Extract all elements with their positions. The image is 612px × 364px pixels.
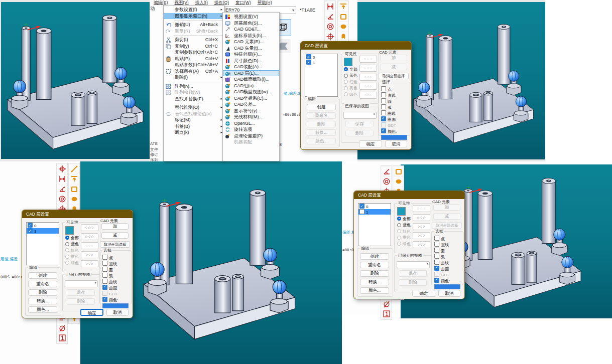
add-button[interactable]: 加 bbox=[380, 55, 407, 61]
visibility-radio[interactable] bbox=[397, 223, 401, 227]
select-type-checkbox[interactable]: 直线 bbox=[434, 242, 449, 248]
select-color-swatch[interactable] bbox=[381, 135, 407, 140]
select-type-checkbox[interactable]: 颜色: bbox=[102, 297, 118, 303]
position-icon[interactable] bbox=[57, 164, 67, 173]
menubar-item[interactable]: 帮助(H) bbox=[258, 0, 272, 5]
layer-visibility-preset-button[interactable]: ☆○☆ bbox=[359, 65, 377, 72]
edit-5-button[interactable]: 颜色... bbox=[360, 287, 389, 294]
angle-icon[interactable] bbox=[57, 185, 67, 194]
saved-view-combobox[interactable]: ▾ bbox=[397, 261, 430, 268]
submenu-item[interactable]: CAD 层(L)... bbox=[223, 70, 279, 77]
select-type-checkbox[interactable]: 圆 bbox=[381, 98, 392, 104]
edit-5-button[interactable]: 颜色... bbox=[28, 306, 57, 313]
edit-2-button[interactable]: 重命名 bbox=[360, 262, 389, 268]
submenu-item[interactable]: 尺寸颜色(D)... bbox=[223, 58, 279, 64]
numeric-1-icon[interactable] bbox=[382, 309, 391, 318]
layer-visibility-preset-button[interactable]: ○○○ bbox=[359, 92, 377, 99]
select-type-checkbox[interactable]: GDT bbox=[381, 122, 396, 128]
cancel-button[interactable]: 取消 bbox=[438, 290, 460, 297]
layer-visibility-preset-button[interactable]: ○○○ bbox=[81, 251, 98, 258]
visibility-radio[interactable] bbox=[344, 86, 348, 90]
visibility-radio[interactable] bbox=[65, 261, 69, 265]
cad-part-model[interactable] bbox=[408, 7, 539, 157]
point-icon[interactable] bbox=[69, 174, 79, 184]
menu-item[interactable]: 断点(k)▸ bbox=[164, 129, 224, 136]
visibility-radio[interactable] bbox=[65, 236, 69, 240]
select-type-checkbox[interactable]: 圆 bbox=[102, 267, 113, 273]
select-type-checkbox[interactable]: 点 bbox=[381, 86, 392, 92]
true-position-icon[interactable] bbox=[325, 32, 335, 41]
angle-icon[interactable] bbox=[325, 12, 335, 21]
cancel-button[interactable]: 取消 bbox=[385, 140, 407, 147]
angle-icon[interactable] bbox=[382, 167, 391, 176]
select-type-checkbox[interactable]: 曲面 bbox=[381, 116, 396, 122]
select-type-checkbox[interactable]: 颜色: bbox=[434, 278, 450, 284]
select-type-checkbox[interactable]: 弧 bbox=[102, 273, 113, 279]
edit-4-button[interactable]: 转换... bbox=[28, 298, 57, 304]
menu-item[interactable]: 阵列(n)... bbox=[164, 83, 224, 90]
select-type-checkbox[interactable]: 曲线 bbox=[102, 279, 117, 285]
layer-list[interactable]: 01 bbox=[26, 222, 59, 265]
layer-color-swatch[interactable] bbox=[65, 226, 74, 235]
subtract-button[interactable]: 减 bbox=[433, 213, 460, 220]
layer-row[interactable]: 0 bbox=[27, 223, 59, 228]
layer-checkbox[interactable] bbox=[359, 204, 364, 209]
edit-3-button[interactable]: 删除 bbox=[28, 289, 57, 296]
layer-visibility-preset-button[interactable]: ○○○ bbox=[81, 260, 98, 267]
delete-view-button[interactable]: 删除 bbox=[67, 298, 95, 305]
select-type-checkbox[interactable]: 弧 bbox=[434, 254, 445, 260]
layer-color-swatch[interactable] bbox=[344, 58, 352, 66]
menu-item[interactable]: 参数设置(f)▸ bbox=[164, 7, 224, 13]
submenu-item[interactable]: 点理论偏差(P) bbox=[223, 133, 279, 139]
submenu-item[interactable]: 特征外观(F)... bbox=[223, 51, 279, 58]
add-button[interactable]: 加 bbox=[101, 223, 129, 230]
layer-visibility-preset-button[interactable]: ○○○ bbox=[359, 74, 377, 81]
select-type-checkbox[interactable]: 曲面 bbox=[102, 285, 117, 291]
edit-3-button[interactable]: 删除 bbox=[307, 121, 336, 127]
submenu-item[interactable]: 旋转选项 bbox=[223, 126, 279, 133]
layer-row[interactable]: 0 bbox=[358, 204, 391, 209]
diameter-icon[interactable] bbox=[57, 323, 67, 332]
menu-item[interactable]: 复制(y)Ctrl+C bbox=[164, 43, 224, 50]
submenu-item[interactable]: CAD装配(A)... bbox=[223, 64, 279, 70]
cancel-button[interactable]: 取消 bbox=[106, 309, 129, 316]
viewport-top-left[interactable] bbox=[1, 2, 150, 159]
menu-item[interactable]: 替代推测(O)▸ bbox=[164, 104, 224, 111]
submenu-item[interactable]: CAD 元素(E)... bbox=[223, 39, 279, 45]
menubar-item[interactable]: 插入(I) bbox=[195, 0, 208, 5]
submenu-item[interactable]: 显示符号(y)... bbox=[223, 108, 279, 114]
visibility-radio[interactable] bbox=[397, 229, 401, 233]
plane-icon[interactable] bbox=[338, 12, 348, 21]
menubar-item[interactable]: 窗口(W) bbox=[235, 0, 251, 5]
save-button[interactable]: 保存 bbox=[399, 270, 427, 277]
edit-1-button[interactable]: 创建 bbox=[307, 104, 336, 110]
visibility-radio[interactable] bbox=[344, 92, 348, 96]
select-color-swatch[interactable] bbox=[434, 284, 460, 289]
layer-visibility-preset-button[interactable]: ○☆○ bbox=[413, 205, 430, 212]
layer-visibility-preset-button[interactable]: ○☆○ bbox=[359, 56, 377, 63]
submenu-item[interactable]: 光线材料(M)... bbox=[223, 114, 279, 120]
dialog-titlebar[interactable]: CAD 层设置 bbox=[22, 210, 133, 218]
visibility-radio[interactable] bbox=[344, 74, 348, 78]
submenu-item[interactable]: 视图设置(V) bbox=[223, 14, 279, 20]
layer-list[interactable]: 01 bbox=[358, 203, 391, 246]
menu-item[interactable]: 图形显示窗口(h)▸ bbox=[164, 13, 224, 20]
menu-item[interactable]: 粘贴参数(t)Ctrl+Alt+V bbox=[164, 62, 224, 68]
edit-4-button[interactable]: 转换... bbox=[307, 129, 336, 136]
circle-icon[interactable] bbox=[394, 177, 403, 186]
cad-part-model[interactable] bbox=[137, 173, 302, 352]
select-type-checkbox[interactable]: 圆 bbox=[434, 248, 445, 254]
layer-checkbox[interactable] bbox=[28, 223, 33, 228]
distance-icon[interactable] bbox=[57, 174, 67, 184]
select-type-checkbox[interactable]: 直线 bbox=[102, 261, 117, 267]
submenu-item[interactable]: CAD 矢量(t)... bbox=[223, 45, 279, 52]
menubar-item[interactable]: 编辑(E) bbox=[154, 0, 168, 5]
submenu-item[interactable]: CAD截面截取(i)... bbox=[223, 76, 279, 83]
select-type-checkbox[interactable]: 曲线 bbox=[381, 110, 396, 116]
save-button[interactable]: 保存 bbox=[345, 121, 374, 127]
concentricity-icon[interactable] bbox=[57, 195, 67, 204]
layer-checkbox[interactable] bbox=[28, 228, 33, 233]
layer-row[interactable]: 1 bbox=[27, 228, 59, 234]
subtract-button[interactable]: 减 bbox=[380, 64, 407, 70]
delete-view-button[interactable]: 删除 bbox=[399, 279, 427, 286]
